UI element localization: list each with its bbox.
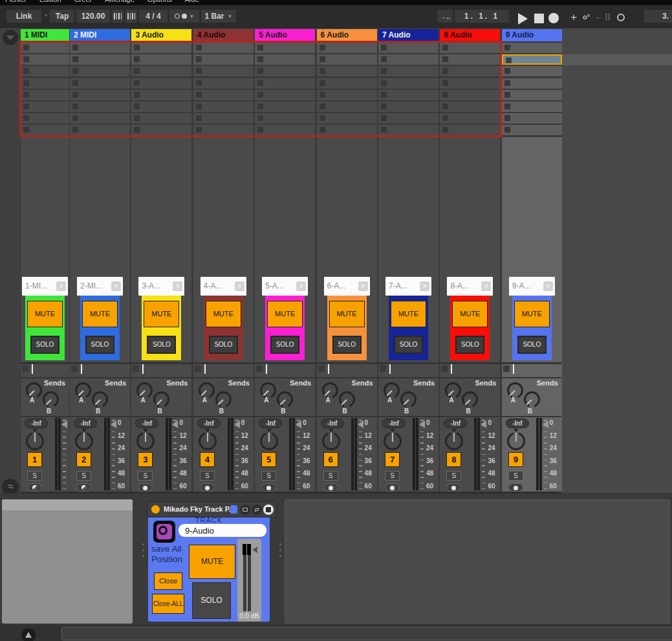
solo-cue-button[interactable]: S	[76, 471, 91, 481]
track-device-titlebox[interactable]: 9-A...×	[509, 277, 555, 296]
clip-slot[interactable]	[502, 66, 562, 76]
clip-stop-icon[interactable]	[504, 92, 510, 98]
solo-cue-button[interactable]: S	[138, 471, 153, 481]
track-header[interactable]: 5 Audio	[255, 29, 315, 41]
clip-stop-slot[interactable]	[133, 365, 139, 372]
track-activator-button[interactable]: 8	[446, 452, 461, 467]
clip-stop-slot[interactable]	[195, 365, 201, 372]
time-signature-field[interactable]: 4 / 4	[139, 10, 168, 23]
clip-stop-icon[interactable]	[504, 103, 510, 109]
mute-button[interactable]: MUTE	[206, 301, 241, 327]
pan-knob[interactable]	[260, 432, 278, 450]
volume-display[interactable]: -Inf	[506, 418, 529, 428]
follow-button[interactable]: →‥	[437, 10, 453, 23]
clip-stop-slot[interactable]	[441, 365, 448, 372]
quantize-menu[interactable]: 1 Bar▼	[201, 10, 236, 23]
loop-start-display[interactable]: 3.	[644, 10, 672, 23]
send-b-knob[interactable]	[339, 391, 355, 407]
menu-item[interactable]: Options	[147, 0, 172, 3]
menu-item[interactable]: Édition	[39, 0, 61, 3]
solo-cue-button[interactable]: S	[200, 471, 215, 481]
device-volume-fader[interactable]: 0.0 dB	[237, 539, 261, 622]
volume-fader-handle[interactable]	[61, 420, 67, 428]
clip-stop-slot[interactable]	[256, 365, 263, 372]
solo-button[interactable]: SOLO	[332, 336, 362, 354]
arm-button[interactable]	[76, 483, 91, 492]
track-device-titlebox[interactable]: 4-A...×	[201, 277, 246, 296]
link-button[interactable]: Link	[6, 10, 41, 23]
track-device-titlebox[interactable]: 1-MI...×	[22, 277, 68, 296]
stop-button[interactable]	[534, 14, 544, 23]
arm-button[interactable]	[508, 483, 523, 492]
track-device-titlebox[interactable]: 6-A...×	[324, 277, 370, 296]
solo-cue-button[interactable]: S	[261, 471, 276, 481]
volume-display[interactable]: -Inf	[382, 418, 406, 428]
send-b-knob[interactable]	[92, 391, 108, 407]
volume-fader-handle[interactable]	[234, 420, 240, 428]
pan-knob[interactable]	[384, 432, 402, 450]
menu-item[interactable]: Fichier	[5, 0, 27, 3]
track-header[interactable]: 1 MIDI	[21, 29, 69, 41]
punch-button[interactable]: [ ]	[605, 12, 609, 20]
save-preset-icon[interactable]	[263, 505, 274, 515]
solo-button[interactable]: SOLO	[85, 336, 114, 354]
arm-button[interactable]	[385, 483, 400, 492]
mute-button[interactable]: MUTE	[452, 301, 488, 327]
arrangement-position-display[interactable]: 1. 1. 1	[455, 10, 509, 23]
track-name-field[interactable]: 9-Audio	[179, 524, 266, 537]
device-solo-button[interactable]: SOLO	[192, 582, 231, 619]
track-device-titlebox[interactable]: 2-MI...×	[77, 277, 123, 296]
track-header[interactable]: 9 Audio	[502, 29, 562, 41]
track-activator-button[interactable]: 7	[385, 452, 400, 467]
device-mute-button[interactable]: MUTE	[189, 545, 235, 579]
send-b-knob[interactable]	[215, 391, 232, 407]
device-title-bar[interactable]: Mikado Fky Track P...⇄	[147, 501, 277, 517]
solo-button[interactable]: SOLO	[30, 336, 60, 354]
nudge-down-button[interactable]	[112, 10, 124, 23]
clip-slot[interactable]	[502, 102, 562, 112]
track-device-titlebox[interactable]: 7-A...×	[385, 277, 431, 296]
track-header[interactable]: 4 Audio	[193, 29, 254, 41]
menu-item[interactable]: Aide	[185, 0, 199, 3]
clip-stop-icon[interactable]	[504, 115, 510, 121]
track-activator-button[interactable]: 4	[200, 452, 215, 467]
close-device-button[interactable]: ×	[543, 281, 553, 291]
mute-button[interactable]: MUTE	[82, 301, 118, 327]
arm-button[interactable]	[323, 483, 338, 492]
stop-all-clips-button[interactable]	[3, 30, 18, 45]
close-device-button[interactable]: ×	[358, 281, 368, 291]
volume-fader-handle[interactable]	[419, 420, 425, 428]
draw-mode-button[interactable]: o°	[583, 13, 590, 21]
mute-button[interactable]: MUTE	[329, 301, 365, 327]
mute-button[interactable]: MUTE	[514, 301, 550, 327]
track-activator-button[interactable]: 9	[508, 452, 523, 467]
track-header[interactable]: 3 Audio	[131, 29, 191, 41]
arm-button[interactable]	[446, 483, 461, 492]
clip-stop-icon[interactable]	[504, 80, 510, 86]
volume-fader-handle[interactable]	[543, 420, 548, 428]
track-header[interactable]: 6 Audio	[317, 29, 377, 41]
close-device-button[interactable]: ×	[111, 281, 121, 291]
volume-fader-handle[interactable]	[296, 420, 301, 428]
close-device-button[interactable]: ×	[56, 281, 66, 291]
volume-fader-handle[interactable]	[111, 420, 116, 428]
clip-stop-icon[interactable]	[504, 68, 510, 74]
solo-button[interactable]: SOLO	[517, 336, 547, 354]
solo-cue-button[interactable]: S	[323, 471, 338, 481]
mute-button[interactable]: MUTE	[267, 301, 303, 327]
clip-slot[interactable]	[502, 78, 562, 89]
menu-item[interactable]: Affichage	[105, 0, 135, 3]
close-device-button[interactable]: ×	[481, 281, 491, 291]
pan-knob[interactable]	[199, 432, 217, 450]
send-b-knob[interactable]	[43, 391, 59, 407]
volume-display[interactable]: -Inf	[259, 418, 282, 428]
pan-knob[interactable]	[75, 432, 93, 450]
clip-stop-slot[interactable]	[380, 365, 386, 372]
close-device-button[interactable]: ×	[296, 281, 306, 291]
clip-slot[interactable]	[502, 54, 562, 65]
track-device-titlebox[interactable]: 8-A...×	[447, 277, 493, 296]
clip-stop-icon[interactable]	[504, 127, 510, 133]
clip-stop-slot[interactable]	[503, 365, 510, 372]
volume-display[interactable]: -Inf	[321, 418, 344, 428]
menu-item[interactable]: Créer	[74, 0, 92, 3]
